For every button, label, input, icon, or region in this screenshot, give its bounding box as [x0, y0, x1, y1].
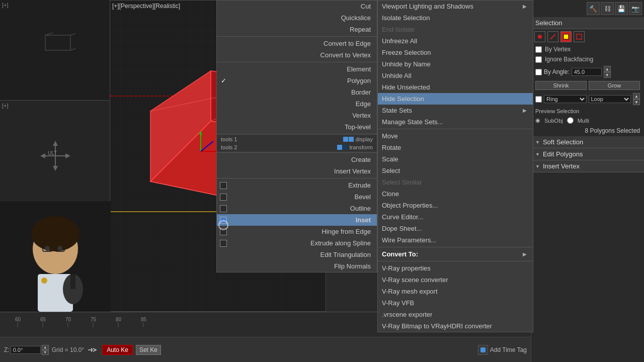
rp-icon-link[interactable]: ⛓ [601, 2, 614, 15]
menu-item-quickslice[interactable]: Quickslice [217, 12, 377, 24]
rmc-unfreeze-all[interactable]: Unfreeze All [378, 35, 533, 47]
set-key-btn[interactable]: Set Ke [136, 345, 161, 355]
subobj-label: ◉ [535, 117, 540, 124]
key-icon [87, 344, 99, 356]
angle-down-btn[interactable]: ▼ [604, 72, 611, 78]
shrink-grow-row: Shrink Grow [531, 79, 644, 92]
menu-item-convert-vertex[interactable]: Convert to Vertex [217, 49, 377, 61]
z-input[interactable] [11, 346, 41, 354]
rmc-viewport-lighting[interactable]: Viewport Lighting and Shadows ▶ [378, 1, 533, 12]
menu-item-edit-triangulation[interactable]: Edit Triangulation [217, 249, 377, 260]
rmc-curve-editor[interactable]: Curve Editor... [378, 211, 533, 223]
rmc-vray-bitmap[interactable]: V-Ray Bitmap to VRayHDRI converter [378, 320, 533, 332]
menu-item-insert-vertex[interactable]: Insert Vertex [217, 165, 377, 177]
tools1-label: tools 1 [221, 136, 343, 142]
rmc-convert-to[interactable]: Convert To: ▶ [378, 248, 533, 260]
z-down-btn[interactable]: ▼ [42, 350, 49, 355]
right-context-menu[interactable]: Viewport Lighting and Shadows ▶ Isolate … [377, 0, 533, 332]
outline-checkbox[interactable] [220, 205, 227, 212]
soft-selection-btn[interactable]: Soft Selection [531, 136, 644, 148]
rmc-wire-parameters[interactable]: Wire Parameters... [378, 234, 533, 246]
menu-item-extrude-spline[interactable]: Extrude along Spline [217, 237, 377, 249]
extrude-checkbox[interactable] [220, 182, 227, 189]
rmc-vray-mesh-export[interactable]: V-Ray mesh export [378, 286, 533, 297]
right-panel: 🔨 ⛓ 💾 📷 Selection By Vertex Ignore Backf… [531, 0, 644, 362]
rmc-state-sets[interactable]: State Sets ▶ [378, 105, 533, 116]
rmc-hide-unselected[interactable]: Hide Unselected [378, 81, 533, 93]
selected-count: 8 Polygons Selected [531, 125, 644, 136]
rmc-unhide-all[interactable]: Unhide All [378, 70, 533, 81]
rmc-select-similar[interactable]: Select Similar [378, 176, 533, 188]
menu-item-extrude[interactable]: Extrude [217, 179, 377, 191]
rp-icon-hammer[interactable]: 🔨 [587, 2, 600, 15]
rmc-vray-properties[interactable]: V-Ray properties [378, 262, 533, 274]
rmc-manage-state-sets[interactable]: Manage State Sets... [378, 116, 533, 128]
extrude-spline-checkbox[interactable] [220, 240, 227, 247]
bevel-checkbox[interactable] [220, 194, 227, 201]
rmc-freeze-selection[interactable]: Freeze Selection [378, 47, 533, 58]
svg-marker-9 [40, 153, 45, 158]
z-up-btn[interactable]: ▲ [42, 345, 49, 350]
menu-item-repeat[interactable]: Repeat [217, 24, 377, 35]
menu-item-border[interactable]: Border [217, 86, 377, 98]
rmc-dope-sheet[interactable]: Dope Sheet... [378, 223, 533, 234]
rmc-select[interactable]: Select [378, 165, 533, 176]
menu-item-polygon[interactable]: ✓ Polygon [217, 75, 377, 86]
loop-down-btn[interactable]: ▼ [633, 99, 640, 105]
rmc-rotate[interactable]: Rotate [378, 142, 533, 153]
menu-item-outline[interactable]: Outline [217, 203, 377, 214]
svg-rect-39 [480, 347, 486, 352]
menu-item-toplevel[interactable]: Top-level [217, 121, 377, 133]
menu-item-convert-edge[interactable]: Convert to Edge [217, 38, 377, 49]
rp-icon-camera[interactable]: 📷 [629, 2, 642, 15]
rmc-unhide-by-name[interactable]: Unhide by Name [378, 58, 533, 70]
edge-mode-btn[interactable] [547, 31, 558, 42]
rmc-end-isolate[interactable]: End Isolate [378, 24, 533, 35]
angle-input[interactable] [572, 68, 602, 76]
ignore-backfacing-checkbox[interactable] [535, 56, 542, 63]
vertex-mode-btn[interactable] [534, 31, 545, 42]
svg-point-51 [41, 278, 47, 284]
menu-item-edge[interactable]: Edge [217, 98, 377, 110]
rmc-object-properties[interactable]: Object Properties... [378, 200, 533, 211]
grow-btn[interactable]: Grow [589, 81, 640, 90]
shrink-btn[interactable]: Shrink [535, 81, 587, 90]
rp-icon-floppy[interactable]: 💾 [615, 2, 628, 15]
rmc-scale[interactable]: Scale [378, 153, 533, 165]
loop-select[interactable]: Loop [589, 95, 631, 103]
rmc-separator-2 [378, 247, 533, 247]
menu-item-bevel[interactable]: Bevel [217, 191, 377, 203]
polygon-mode-btn[interactable] [560, 31, 572, 42]
rmc-hide-selection[interactable]: Hide Selection [378, 93, 533, 105]
hinge-checkbox[interactable] [220, 228, 227, 235]
menu-item-inset[interactable]: Inset [217, 214, 377, 226]
multi-radio[interactable] [567, 117, 574, 124]
menu-item-create[interactable]: Create [217, 154, 377, 165]
angle-up-btn[interactable]: ▲ [604, 66, 611, 72]
menu-item-vertex[interactable]: Vertex [217, 110, 377, 121]
menu-item-element[interactable]: Element [217, 63, 377, 75]
ring-select[interactable]: Ring [544, 95, 587, 103]
element-mode-btn[interactable] [574, 31, 585, 42]
by-vertex-checkbox[interactable] [535, 46, 542, 53]
angle-checkbox[interactable] [535, 69, 542, 75]
rmc-vrscene-exporter[interactable]: .vrscene exporter [378, 309, 533, 320]
add-time-tag-area[interactable]: Add Time Tag [478, 345, 527, 355]
rmc-clone[interactable]: Clone [378, 188, 533, 200]
rmc-isolate-selection[interactable]: Isolate Selection [378, 12, 533, 24]
edit-polygons-btn[interactable]: Edit Polygons [531, 148, 644, 160]
rmc-vray-vfb[interactable]: V-Ray VFB [378, 297, 533, 309]
insert-vertex-btn[interactable]: Insert Vertex [531, 160, 644, 172]
menu-item-cut[interactable]: Cut [217, 1, 377, 12]
inset-checkbox[interactable] [220, 217, 227, 224]
ring-checkbox[interactable] [535, 96, 542, 103]
time-tag-icon[interactable] [478, 345, 488, 355]
left-context-menu[interactable]: Cut Quickslice Repeat Convert to Edge Co… [216, 0, 377, 273]
menu-item-flip-normals[interactable]: Flip Normals [217, 260, 377, 272]
loop-up-btn[interactable]: ▲ [633, 93, 640, 99]
auto-key-btn[interactable]: Auto Ke [102, 345, 133, 355]
rmc-move[interactable]: Move [378, 130, 533, 142]
selection-section-title: Selection [531, 17, 644, 29]
menu-item-hinge[interactable]: Hinge from Edge [217, 226, 377, 237]
rmc-vray-scene-converter[interactable]: V-Ray scene converter [378, 274, 533, 286]
